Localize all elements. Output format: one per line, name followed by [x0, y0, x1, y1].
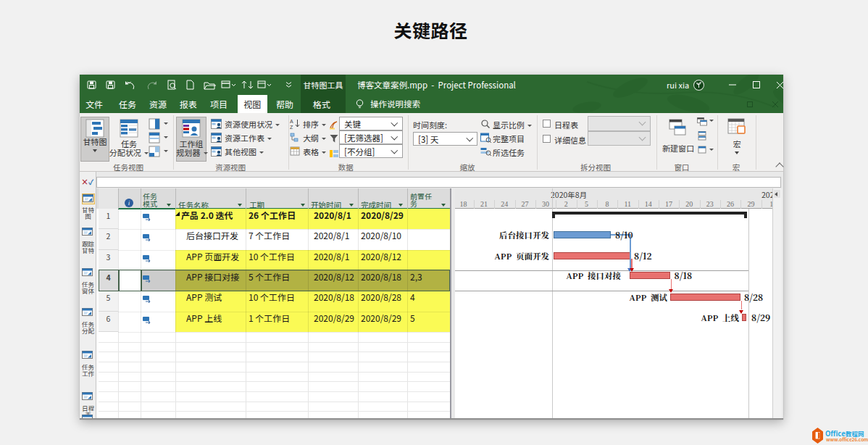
svg-text:A: A — [290, 119, 293, 124]
svg-text:Z: Z — [290, 125, 293, 130]
